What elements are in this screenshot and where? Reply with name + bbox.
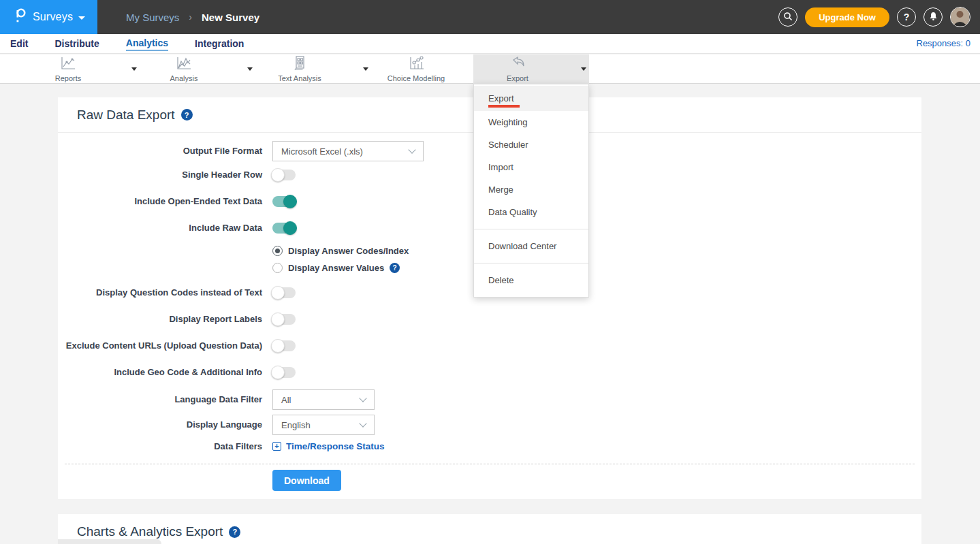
display-language-label: Display Language <box>58 415 262 435</box>
download-button[interactable]: Download <box>272 470 341 491</box>
time-response-status-link[interactable]: + Time/Response Status <box>272 441 385 451</box>
plus-square-icon: + <box>272 442 281 451</box>
menu-item-delete[interactable]: Delete <box>474 269 588 291</box>
display-answer-codes-option[interactable]: Display Answer Codes/Index <box>272 246 409 256</box>
breadcrumb-my-surveys[interactable]: My Surveys <box>126 12 179 23</box>
chevron-down-icon <box>359 394 366 402</box>
user-avatar[interactable] <box>950 7 970 27</box>
menu-item-export-label: Export <box>488 93 514 103</box>
menu-divider <box>474 263 588 263</box>
export-arrow-icon <box>509 56 526 74</box>
active-item-underline <box>488 105 520 108</box>
toolbar-analysis[interactable]: Analysis <box>140 54 253 84</box>
questionpro-logo-icon <box>12 7 27 27</box>
bell-icon <box>929 12 938 23</box>
language-data-filter-select[interactable]: All <box>272 389 375 410</box>
chevron-down-icon[interactable] <box>363 67 368 71</box>
display-language-select[interactable]: English <box>272 415 375 435</box>
export-dropdown-menu: Export Weighting Scheduler Import Merge … <box>473 84 589 298</box>
data-filters-label: Data Filters <box>58 441 262 452</box>
question-codes-toggle[interactable] <box>272 287 296 298</box>
report-labels-toggle[interactable] <box>272 314 296 325</box>
toolbar-reports-label: Reports <box>55 74 82 82</box>
help-icon[interactable]: ? <box>181 109 193 121</box>
help-icon[interactable]: ? <box>229 526 240 538</box>
charts-analytics-title: Charts & Analytics Export <box>77 524 223 539</box>
notifications-button[interactable] <box>923 7 943 27</box>
chevron-down-icon[interactable] <box>581 67 586 71</box>
line-chart-icon <box>59 56 77 74</box>
output-file-format-label: Output File Format <box>58 141 262 161</box>
partial-element-below-fold <box>58 539 161 544</box>
breadcrumb: My Surveys › New Survey <box>126 0 259 34</box>
charts-analytics-export-card: Charts & Analytics Export ? <box>58 514 921 544</box>
toolbar-choice-modelling-label: Choice Modelling <box>388 74 445 82</box>
area-chart-icon <box>175 56 193 74</box>
toolbar-export[interactable]: Export <box>473 54 589 84</box>
toolbar-export-label: Export <box>507 74 528 82</box>
menu-item-export[interactable]: Export <box>474 86 588 111</box>
exclude-content-urls-row: Exclude Content URLs (Upload Question Da… <box>58 340 921 351</box>
single-header-row-label: Single Header Row <box>58 170 262 180</box>
geo-code-label: Include Geo Code & Additional Info <box>58 367 262 378</box>
open-ended-text-label: Include Open-Ended Text Data <box>58 196 262 207</box>
menu-item-weighting[interactable]: Weighting <box>474 111 588 133</box>
scatter-chart-icon <box>407 56 425 74</box>
menu-item-scheduler[interactable]: Scheduler <box>474 133 588 156</box>
menu-divider <box>474 229 588 229</box>
help-icon[interactable]: ? <box>390 263 400 273</box>
toolbar-reports[interactable]: Reports <box>24 54 137 84</box>
question-codes-label: Display Question Codes instead of Text <box>58 287 262 298</box>
section-divider <box>65 464 915 464</box>
upgrade-now-button[interactable]: Upgrade Now <box>805 7 889 27</box>
survey-nav: Edit Distribute Analytics Integration Re… <box>0 34 980 54</box>
toolbar-text-analysis-label: Text Analysis <box>278 74 321 82</box>
search-button[interactable] <box>778 7 797 27</box>
menu-item-download-center[interactable]: Download Center <box>474 235 588 257</box>
header-actions: Upgrade Now ? <box>778 0 970 34</box>
geo-code-toggle[interactable] <box>272 367 296 378</box>
report-labels-label: Display Report Labels <box>58 314 262 325</box>
chevron-down-icon[interactable] <box>247 67 253 71</box>
brand-label: Surveys <box>33 11 73 23</box>
open-ended-text-toggle[interactable] <box>272 196 296 207</box>
tab-distribute[interactable]: Distribute <box>54 38 99 50</box>
language-data-filter-label: Language Data Filter <box>58 389 262 410</box>
menu-item-merge[interactable]: Merge <box>474 178 588 201</box>
document-grid-icon <box>291 56 309 74</box>
chevron-down-icon <box>359 419 366 427</box>
output-file-format-select[interactable]: Microsoft Excel (.xls) <box>272 141 424 161</box>
chevron-down-icon[interactable] <box>131 67 137 71</box>
exclude-content-urls-label: Exclude Content URLs (Upload Question Da… <box>58 340 262 351</box>
question-mark-icon: ? <box>904 12 910 22</box>
toolbar-text-analysis[interactable]: Text Analysis <box>255 54 368 84</box>
analytics-toolbar: Reports Analysis <box>0 54 980 84</box>
tab-analytics[interactable]: Analytics <box>126 37 168 51</box>
breadcrumb-separator: › <box>189 12 192 22</box>
exclude-content-urls-toggle[interactable] <box>272 340 296 351</box>
radio-icon <box>272 263 283 273</box>
tab-integration[interactable]: Integration <box>195 38 244 50</box>
top-header: Surveys My Surveys › New Survey Upgrade … <box>0 0 980 34</box>
menu-item-import[interactable]: Import <box>474 156 588 178</box>
raw-data-export-title: Raw Data Export <box>77 108 175 123</box>
search-icon <box>783 12 793 23</box>
charts-analytics-header: Charts & Analytics Export ? <box>58 514 921 544</box>
tab-edit[interactable]: Edit <box>10 38 28 50</box>
report-labels-row: Display Report Labels <box>58 314 921 325</box>
breadcrumb-current-survey: New Survey <box>202 12 259 23</box>
responses-count: Responses: 0 <box>917 38 971 48</box>
include-raw-data-label: Include Raw Data <box>58 223 262 234</box>
include-raw-data-toggle[interactable] <box>272 223 296 234</box>
chevron-down-icon <box>78 16 85 20</box>
chevron-down-icon <box>408 146 415 153</box>
display-answer-values-option[interactable]: Display Answer Values ? <box>272 263 400 273</box>
radio-icon <box>272 246 283 256</box>
brand-menu[interactable]: Surveys <box>0 0 97 34</box>
toolbar-choice-modelling[interactable]: Choice Modelling <box>372 54 485 84</box>
geo-code-row: Include Geo Code & Additional Info <box>58 367 921 378</box>
single-header-row-toggle[interactable] <box>272 170 296 180</box>
menu-item-data-quality[interactable]: Data Quality <box>474 201 588 223</box>
help-button[interactable]: ? <box>897 7 916 27</box>
toolbar-analysis-label: Analysis <box>170 74 198 82</box>
